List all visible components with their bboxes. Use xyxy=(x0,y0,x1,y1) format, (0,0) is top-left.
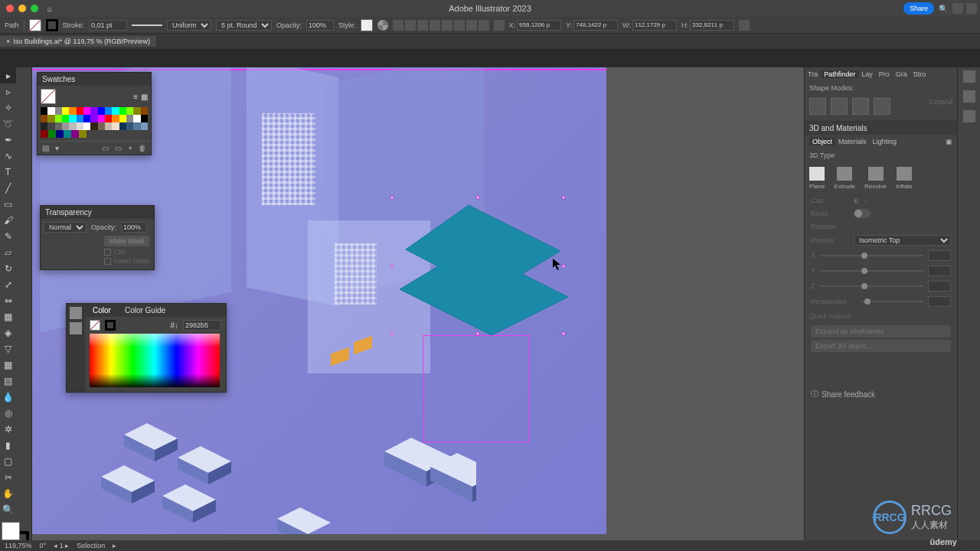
width-tool[interactable]: ⇔ xyxy=(0,292,16,308)
color-guide-icon[interactable] xyxy=(70,322,82,334)
swatch-cell[interactable] xyxy=(55,115,62,122)
distribute-v-icon[interactable] xyxy=(479,20,489,31)
layers-tab[interactable]: Lay xyxy=(858,70,876,78)
eyedropper-tool[interactable]: 💧 xyxy=(0,389,16,405)
workspace-switcher-icon[interactable] xyxy=(966,3,977,14)
fill-color-swatch[interactable] xyxy=(2,522,20,540)
brush-select[interactable]: 5 pt. Round xyxy=(216,20,272,31)
expand-button[interactable]: Expand xyxy=(929,98,952,115)
zoom-tool[interactable]: 🔍 xyxy=(0,501,16,517)
swatch-cell[interactable] xyxy=(77,115,83,122)
color-fill-swatch[interactable] xyxy=(90,320,100,331)
align-center-icon[interactable] xyxy=(405,20,416,31)
color-guide-tab[interactable]: Color Guide xyxy=(122,306,168,315)
pen-tool[interactable]: ✒ xyxy=(0,132,16,148)
direct-selection-tool[interactable]: ▹ xyxy=(0,83,16,99)
cap-off-icon[interactable]: ○ xyxy=(864,197,868,204)
cap-on-icon[interactable]: ◐ xyxy=(854,197,860,204)
materials-tab[interactable]: Materials xyxy=(835,138,870,145)
axis-x-input[interactable] xyxy=(928,250,951,261)
stroke-weight-input[interactable] xyxy=(89,20,127,31)
intersect-icon[interactable] xyxy=(852,98,869,115)
swatch-cell[interactable] xyxy=(56,130,64,138)
home-icon[interactable]: ⌂ xyxy=(47,5,52,13)
swatch-cell[interactable] xyxy=(77,107,83,115)
rotation-value[interactable]: 0° xyxy=(40,542,47,549)
new-swatch-icon[interactable]: + xyxy=(128,144,132,152)
perspective-tool[interactable]: ▽ xyxy=(0,341,16,357)
swatches-panel[interactable]: Swatches ≡ ▦ ▤ ▾ ▭ ▭ + xyxy=(37,72,152,155)
transparency-panel[interactable]: Transparency Normal Opacity: Make Mask C… xyxy=(40,205,155,270)
clip-checkbox[interactable] xyxy=(104,249,111,256)
recolor-icon[interactable] xyxy=(377,20,388,31)
swatch-cell[interactable] xyxy=(105,122,112,130)
axis-y-input[interactable] xyxy=(928,266,951,276)
swatch-cell[interactable] xyxy=(126,115,133,122)
swatch-cell[interactable] xyxy=(98,115,105,122)
fill-swatch[interactable] xyxy=(29,19,41,31)
swatch-cell[interactable] xyxy=(55,122,62,130)
make-mask-button[interactable]: Make Mask xyxy=(104,236,149,246)
free-transform-tool[interactable]: ▦ xyxy=(0,308,16,324)
close-tab-icon[interactable]: × xyxy=(6,37,10,45)
properties-tab[interactable]: Pro xyxy=(876,70,893,78)
swatch-cell[interactable] xyxy=(83,107,90,115)
selected-shape[interactable] xyxy=(392,197,606,335)
align-left-icon[interactable] xyxy=(393,20,403,31)
swatch-cell[interactable] xyxy=(71,130,79,138)
align-top-icon[interactable] xyxy=(430,20,440,31)
type-tool[interactable]: T xyxy=(0,164,16,180)
transform-icon[interactable] xyxy=(494,20,505,31)
swatch-cell[interactable] xyxy=(47,122,54,130)
swatch-cell[interactable] xyxy=(119,107,126,115)
object-tab[interactable]: Object xyxy=(809,138,835,145)
swatch-cell[interactable] xyxy=(62,107,69,115)
color-tab[interactable]: Color xyxy=(90,306,114,315)
swatch-cell[interactable] xyxy=(77,122,83,130)
swatch-cell[interactable] xyxy=(47,115,54,122)
swatch-cell[interactable] xyxy=(79,130,87,138)
y-input[interactable] xyxy=(573,20,618,31)
slice-tool[interactable]: ✂ xyxy=(0,469,16,485)
stroke-tab[interactable]: Stro xyxy=(910,70,929,78)
stroke-profile-preview[interactable] xyxy=(132,24,162,26)
export-3d-button[interactable]: Export 3D object... xyxy=(811,340,951,352)
search-icon[interactable]: 🔍 xyxy=(939,5,948,13)
swatch-cell[interactable] xyxy=(41,115,47,122)
swatch-cell[interactable] xyxy=(133,122,140,130)
swatches-current[interactable] xyxy=(41,89,56,104)
swatch-cell[interactable] xyxy=(126,122,133,130)
hand-tool[interactable]: ✋ xyxy=(0,485,16,501)
swatch-cell[interactable] xyxy=(62,115,69,122)
eraser-tool[interactable]: ▱ xyxy=(0,244,16,260)
extrude-button[interactable]: Extrude xyxy=(834,167,855,190)
symbol-sprayer-tool[interactable]: ✲ xyxy=(0,421,16,437)
swatch-cell[interactable] xyxy=(112,115,119,122)
gradient-tool[interactable]: ▤ xyxy=(0,373,16,389)
h-input[interactable] xyxy=(690,20,734,31)
inflate-button[interactable]: Inflate xyxy=(896,167,913,190)
swatch-cell[interactable] xyxy=(83,122,90,130)
shape-builder-tool[interactable]: ◈ xyxy=(0,324,16,341)
close-window-icon[interactable] xyxy=(6,5,14,12)
swatch-cell[interactable] xyxy=(64,130,71,138)
align-bottom-icon[interactable] xyxy=(454,20,465,31)
swatch-cell[interactable] xyxy=(141,107,148,115)
swatch-cell[interactable] xyxy=(133,107,140,115)
constrain-icon[interactable] xyxy=(739,20,750,31)
lasso-tool[interactable]: ➰ xyxy=(0,116,16,132)
line-tool[interactable]: ╱ xyxy=(0,180,16,196)
swatch-cell[interactable] xyxy=(69,115,76,122)
align-middle-icon[interactable] xyxy=(442,20,452,31)
swatch-lib-icon[interactable]: ▤ xyxy=(42,144,49,152)
mesh-tool[interactable]: ▦ xyxy=(0,357,16,373)
swatch-kind-icon[interactable]: ▾ xyxy=(55,144,59,152)
expand-wireframes-button[interactable]: Expand as wireframes xyxy=(811,325,951,337)
swatch-cell[interactable] xyxy=(105,115,112,122)
swatch-cell[interactable] xyxy=(112,107,119,115)
share-feedback-link[interactable]: Share feedback xyxy=(822,390,875,399)
swatch-cell[interactable] xyxy=(141,115,148,122)
share-button[interactable]: Share xyxy=(903,2,934,15)
perspective-input[interactable] xyxy=(928,296,951,307)
swatch-cell[interactable] xyxy=(90,115,97,122)
